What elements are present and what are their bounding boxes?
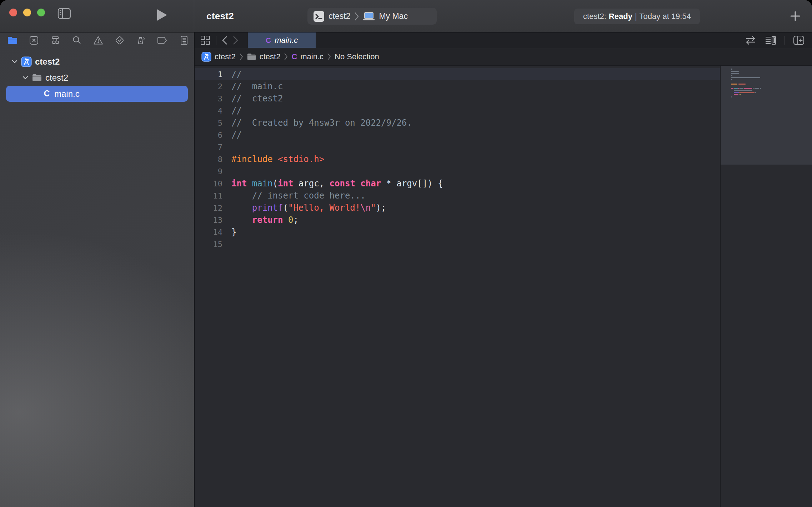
chevron-right-icon xyxy=(354,12,359,21)
tree-row-label: ctest2 xyxy=(35,57,60,67)
code-line-9[interactable]: 9 xyxy=(195,165,720,177)
code-line-15[interactable]: 15 xyxy=(195,238,720,250)
code-review-arrows-icon[interactable] xyxy=(745,35,757,45)
navigator-tab-find-icon[interactable] xyxy=(71,35,82,46)
line-number: 1 xyxy=(195,70,222,79)
code-line-8[interactable]: 8#include <stdio.h> xyxy=(195,153,720,165)
tree-row-ctest2[interactable]: ctest2 xyxy=(6,70,188,86)
breadcrumb-item-main-c[interactable]: Cmain.c xyxy=(291,52,324,61)
minimize-button[interactable] xyxy=(23,9,31,16)
code-text: // xyxy=(222,106,242,116)
tree-row-label: ctest2 xyxy=(45,73,68,83)
window-title: ctest2 xyxy=(206,11,234,22)
navigator-tab-reports-icon[interactable] xyxy=(178,35,189,46)
minimap-rows xyxy=(731,69,810,101)
breadcrumb-label: ctest2 xyxy=(215,52,236,61)
breadcrumb-chevron-icon xyxy=(284,53,288,61)
tree-row-main.c[interactable]: Cmain.c xyxy=(6,86,188,102)
library-plus-button[interactable] xyxy=(788,9,802,23)
jump-bar: ctest2 ctest2 Cmain.c No Selection xyxy=(195,48,812,66)
code-text: // xyxy=(222,69,242,79)
traffic-lights xyxy=(9,9,45,16)
code-line-4[interactable]: 4// xyxy=(195,105,720,117)
code-text: // main.c xyxy=(222,81,283,91)
navigator-tab-project-icon[interactable] xyxy=(7,35,18,46)
toolbar: ctest2 ctest2 My Mac xyxy=(0,0,812,32)
project-navigator-tree: ctest2 ctest2Cmain.c xyxy=(0,48,194,102)
main-split: ctest2 ctest2Cmain.c xyxy=(0,32,812,507)
activity-status[interactable]: ctest2: Ready | Today at 19:54 xyxy=(574,9,700,24)
breadcrumb-item-no-selection[interactable]: No Selection xyxy=(335,52,379,61)
c-file-icon: C xyxy=(42,89,51,99)
tab-main-c[interactable]: C main.c xyxy=(248,32,316,48)
scheme-selector[interactable]: ctest2 My Mac xyxy=(307,8,437,25)
code-line-13[interactable]: 13 return 0; xyxy=(195,214,720,226)
close-button[interactable] xyxy=(9,9,17,16)
scheme-destination[interactable]: My Mac xyxy=(379,11,408,21)
breadcrumb-chevron-icon xyxy=(239,53,243,61)
code-line-5[interactable]: 5// Created by 4nsw3r on 2022/9/26. xyxy=(195,117,720,129)
go-forward-icon[interactable] xyxy=(233,36,239,45)
line-number: 3 xyxy=(195,94,222,103)
terminal-badge-icon xyxy=(313,11,325,22)
code-line-7[interactable]: 7 xyxy=(195,141,720,153)
add-editor-icon[interactable] xyxy=(793,35,805,46)
navigator-tab-symbols-icon[interactable] xyxy=(50,35,61,46)
zoom-button[interactable] xyxy=(37,9,45,16)
code-line-11[interactable]: 11 // insert code here... xyxy=(195,190,720,202)
run-button[interactable] xyxy=(156,8,168,22)
line-number: 10 xyxy=(195,179,222,188)
navigator-tab-source-control-icon[interactable] xyxy=(28,35,39,46)
code-text: // insert code here... xyxy=(222,191,366,201)
disclosure-chevron-icon[interactable] xyxy=(22,76,29,80)
code-line-12[interactable]: 12 printf("Hello, World!\n"); xyxy=(195,202,720,214)
tree-row-label: main.c xyxy=(54,89,80,99)
disclosure-chevron-icon[interactable] xyxy=(11,60,18,64)
code-text: int main(int argc, const char * argv[]) … xyxy=(222,179,443,189)
line-number: 11 xyxy=(195,191,222,200)
sidebar-toggle-icon[interactable] xyxy=(57,7,71,20)
breadcrumb-item-ctest2[interactable]: ctest2 xyxy=(201,52,236,62)
code-line-2[interactable]: 2// main.c xyxy=(195,80,720,92)
code-line-14[interactable]: 14} xyxy=(195,226,720,238)
line-number: 2 xyxy=(195,82,222,91)
breadcrumb-label: No Selection xyxy=(335,52,379,61)
breadcrumb-item-ctest2[interactable]: ctest2 xyxy=(247,52,281,61)
related-items-grid-icon[interactable] xyxy=(200,35,211,46)
line-number: 15 xyxy=(195,240,222,249)
navigator-tab-tests-icon[interactable] xyxy=(114,35,125,46)
code-text: } xyxy=(222,227,236,237)
code-text: // ctest2 xyxy=(222,94,283,104)
line-number: 8 xyxy=(195,155,222,164)
scheme-name[interactable]: ctest2 xyxy=(329,11,350,21)
editor-tab-bar: C main.c xyxy=(195,32,812,48)
code-line-3[interactable]: 3// ctest2 xyxy=(195,92,720,105)
navigator-tab-debug-icon[interactable] xyxy=(135,35,146,46)
code-text: printf("Hello, World!\n"); xyxy=(222,203,386,213)
code-text: // xyxy=(222,130,242,140)
minimap[interactable] xyxy=(720,66,812,507)
code-line-10[interactable]: 10int main(int argc, const char * argv[]… xyxy=(195,177,720,190)
go-back-icon[interactable] xyxy=(222,36,227,45)
xcode-project-icon xyxy=(21,56,32,67)
code-area: 1//2// main.c3// ctest24//5// Created by… xyxy=(195,66,812,507)
line-number: 13 xyxy=(195,216,222,225)
breadcrumb-label: main.c xyxy=(300,52,324,61)
tab-label: main.c xyxy=(275,36,298,45)
tree-row-ctest2[interactable]: ctest2 xyxy=(6,54,188,70)
tab-controls xyxy=(195,32,242,48)
code-line-6[interactable]: 6// xyxy=(195,129,720,141)
navigator-tab-breakpoints-icon[interactable] xyxy=(157,35,168,46)
source-editor[interactable]: 1//2// main.c3// ctest24//5// Created by… xyxy=(195,66,720,507)
code-text: return 0; xyxy=(222,215,299,225)
line-number: 4 xyxy=(195,106,222,115)
code-line-1[interactable]: 1// xyxy=(195,68,720,80)
line-number: 14 xyxy=(195,228,222,237)
editor-options-icon[interactable] xyxy=(765,35,777,46)
navigator-tab-issues-icon[interactable] xyxy=(92,35,104,46)
status-divider: | xyxy=(635,12,637,21)
c-letter-icon: C xyxy=(291,52,297,61)
status-target: ctest2: xyxy=(583,12,606,21)
window-title-group: ctest2 xyxy=(201,0,234,32)
code-text: #include <stdio.h> xyxy=(222,154,324,164)
